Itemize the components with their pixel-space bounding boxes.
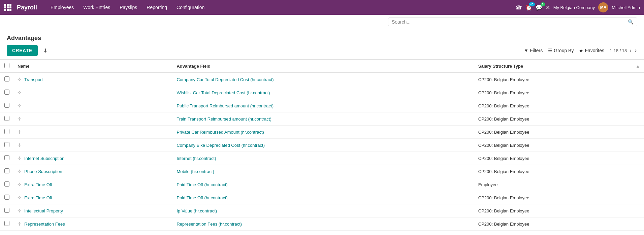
chat-badge: 5 [541, 2, 545, 6]
drag-handle[interactable]: ✛ [18, 221, 22, 227]
menu-reporting[interactable]: Reporting [142, 3, 171, 12]
filters-button[interactable]: ▼ Filters [524, 48, 543, 53]
avatar[interactable]: MA [598, 2, 608, 12]
col-name[interactable]: Name [13, 60, 172, 73]
menu-employees[interactable]: Employees [46, 3, 78, 12]
col-advantage-field[interactable]: Advantage Field [172, 60, 474, 73]
cell-name: ✛ [13, 86, 172, 99]
pagination-prev[interactable]: ‹ [629, 47, 632, 54]
cell-name: ✛Representation Fees [13, 217, 172, 231]
drag-handle[interactable]: ✛ [18, 169, 22, 174]
row-checkbox[interactable] [4, 168, 9, 173]
drag-handle[interactable]: ✛ [18, 182, 22, 187]
row-name-link[interactable]: Internet Subscription [24, 156, 64, 161]
chat-icon[interactable]: 💬 5 [536, 4, 542, 11]
row-name-link[interactable]: Extra Time Off [24, 195, 52, 200]
row-checkbox[interactable] [4, 208, 9, 213]
table-wrapper: Name Advantage Field Salary Structure Ty… [0, 60, 644, 231]
row-name-link[interactable]: Extra Time Off [24, 182, 52, 187]
clock-icon[interactable]: ⏰ 40 [525, 4, 532, 11]
drag-handle[interactable]: ✛ [18, 156, 22, 161]
cell-advantage-field: Internet (hr.contract) [172, 152, 474, 165]
drag-handle[interactable]: ✛ [18, 195, 22, 200]
row-name-link[interactable]: Transport [24, 77, 43, 82]
cell-advantage-field: Paid Time Off (hr.contract) [172, 191, 474, 204]
row-name-link[interactable]: Representation Fees [24, 222, 65, 227]
drag-handle[interactable]: ✛ [18, 77, 22, 82]
drag-handle[interactable]: ✛ [18, 142, 22, 148]
row-name-link[interactable]: Intellectual Property [24, 208, 63, 213]
row-checkbox[interactable] [4, 155, 9, 160]
row-name-link[interactable]: Phone Subscription [24, 169, 62, 174]
advantage-field-link[interactable]: Representation Fees (hr.contract) [176, 222, 242, 227]
groupby-button[interactable]: ☰ Group By [548, 48, 574, 53]
advantage-field-link[interactable]: Public Transport Reimbursed amount (hr.c… [176, 103, 273, 108]
drag-handle[interactable]: ✛ [18, 208, 22, 213]
menu-payslips[interactable]: Payslips [116, 3, 141, 12]
cell-advantage-field: Paid Time Off (hr.contract) [172, 178, 474, 191]
menu-work-entries[interactable]: Work Entries [79, 3, 114, 12]
sort-icon: ▲ [636, 64, 640, 69]
advantage-field-link[interactable]: Paid Time Off (hr.contract) [176, 195, 227, 200]
table-row: ✛TransportCompany Car Total Depreciated … [0, 73, 644, 86]
table-row: ✛Private Car Reimbursed Amount (hr.contr… [0, 126, 644, 139]
table-row: ✛Intellectual PropertyIp Value (hr.contr… [0, 204, 644, 217]
cell-salary-structure-type: Employee [474, 178, 644, 191]
search-input[interactable] [392, 19, 628, 25]
export-button[interactable]: ⬇ [40, 46, 50, 55]
apps-icon[interactable] [4, 4, 11, 11]
drag-handle[interactable]: ✛ [18, 90, 22, 95]
cell-salary-structure-type: CP200: Belgian Employee [474, 204, 644, 217]
search-bar: 🔍 [388, 18, 637, 26]
cell-advantage-field: Ip Value (hr.contract) [172, 204, 474, 217]
cell-name: ✛ [13, 112, 172, 126]
cell-advantage-field: Mobile (hr.contract) [172, 165, 474, 178]
advantage-field-link[interactable]: Paid Time Off (hr.contract) [176, 182, 227, 187]
select-all-checkbox[interactable] [4, 63, 9, 68]
cell-name: ✛Transport [13, 73, 172, 86]
row-checkbox[interactable] [4, 103, 9, 108]
row-checkbox[interactable] [4, 76, 9, 81]
advantage-field-link[interactable]: Wishlist Car Total Depreciated Cost (hr.… [176, 90, 270, 95]
table-row: ✛Train Transport Reimbursed amount (hr.c… [0, 112, 644, 126]
pagination-next[interactable]: › [634, 47, 637, 54]
pagination-text: 1-18 / 18 [610, 48, 627, 53]
row-checkbox[interactable] [4, 116, 9, 121]
cell-name: ✛ [13, 99, 172, 112]
drag-handle[interactable]: ✛ [18, 116, 22, 122]
col-salary-structure[interactable]: Salary Structure Type ▲ [474, 60, 644, 73]
row-checkbox[interactable] [4, 195, 9, 200]
row-checkbox[interactable] [4, 90, 9, 95]
advantage-field-link[interactable]: Train Transport Reimbursed amount (hr.co… [176, 116, 271, 122]
phone-icon[interactable]: ☎ [515, 4, 522, 11]
row-checkbox[interactable] [4, 181, 9, 187]
drag-handle[interactable]: ✛ [18, 103, 22, 108]
table-row: ✛Public Transport Reimbursed amount (hr.… [0, 99, 644, 112]
pagination: 1-18 / 18 ‹ › [610, 47, 637, 54]
advantage-field-link[interactable]: Company Car Total Depreciated Cost (hr.c… [176, 77, 273, 82]
advantage-field-link[interactable]: Ip Value (hr.contract) [176, 208, 217, 213]
advantage-field-link[interactable]: Private Car Reimbursed Amount (hr.contra… [176, 130, 264, 135]
star-icon: ★ [579, 48, 583, 53]
advantage-field-link[interactable]: Company Bike Depreciated Cost (hr.contra… [176, 143, 265, 148]
row-checkbox[interactable] [4, 142, 9, 147]
table-row: ✛Internet SubscriptionInternet (hr.contr… [0, 152, 644, 165]
page-title: Advantages [0, 29, 644, 42]
favorites-button[interactable]: ★ Favorites [579, 48, 604, 53]
drag-handle[interactable]: ✛ [18, 129, 22, 135]
cell-advantage-field: Private Car Reimbursed Amount (hr.contra… [172, 126, 474, 139]
cell-advantage-field: Representation Fees (hr.contract) [172, 217, 474, 231]
table-row: ✛Extra Time OffPaid Time Off (hr.contrac… [0, 191, 644, 204]
close-icon[interactable]: ✕ [546, 4, 550, 11]
cell-advantage-field: Wishlist Car Total Depreciated Cost (hr.… [172, 86, 474, 99]
company-name[interactable]: My Belgian Company [553, 5, 595, 10]
row-checkbox[interactable] [4, 221, 9, 226]
toolbar: CREATE ⬇ ▼ Filters ☰ Group By ★ Favorite… [0, 42, 644, 60]
row-checkbox[interactable] [4, 129, 9, 134]
menu-configuration[interactable]: Configuration [172, 3, 208, 12]
advantage-field-link[interactable]: Mobile (hr.contract) [176, 169, 214, 174]
advantage-field-link[interactable]: Internet (hr.contract) [176, 156, 216, 161]
create-button[interactable]: CREATE [7, 45, 38, 56]
table-header: Name Advantage Field Salary Structure Ty… [0, 60, 644, 73]
topnav-right: ☎ ⏰ 40 💬 5 ✕ My Belgian Company MA Mitch… [515, 2, 640, 12]
